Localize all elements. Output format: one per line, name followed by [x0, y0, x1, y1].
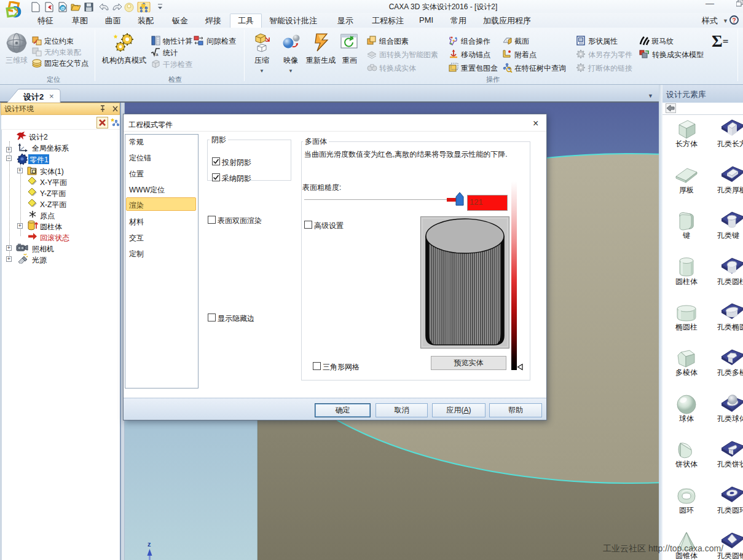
svg-text:?: ? — [732, 17, 736, 24]
svg-text:a: a — [155, 52, 159, 57]
svg-text:z: z — [147, 540, 151, 548]
svg-text:@: @ — [60, 6, 65, 10]
